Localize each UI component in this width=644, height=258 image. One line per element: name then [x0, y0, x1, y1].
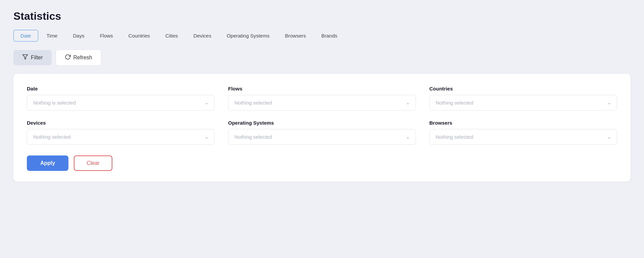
- filter-label-devices: Devices: [27, 120, 215, 126]
- filter-select-devices[interactable]: Nothing selected ⌄: [27, 129, 215, 145]
- toolbar: Filter Refresh: [13, 50, 631, 66]
- filter-placeholder-operating-systems: Nothing selected: [234, 134, 272, 140]
- chevron-down-icon: ⌄: [607, 101, 611, 105]
- filter-field-devices: Devices Nothing selected ⌄: [27, 120, 215, 145]
- filter-actions: Apply Clear: [27, 155, 617, 171]
- chevron-down-icon: ⌄: [205, 101, 208, 105]
- filter-label-countries: Countries: [429, 86, 617, 91]
- tab-browsers[interactable]: Browsers: [278, 30, 313, 42]
- chevron-down-icon: ⌄: [406, 101, 410, 105]
- filter-label-date: Date: [27, 86, 215, 91]
- chevron-down-icon: ⌄: [607, 135, 611, 139]
- tab-countries[interactable]: Countries: [121, 30, 157, 42]
- filter-field-flows: Flows Nothing selected ⌄: [228, 86, 416, 111]
- tab-flows[interactable]: Flows: [93, 30, 120, 42]
- refresh-button-label: Refresh: [73, 55, 92, 61]
- filter-select-operating-systems[interactable]: Nothing selected ⌄: [228, 129, 416, 145]
- filter-select-countries[interactable]: Nothing selected ⌄: [429, 95, 617, 111]
- filter-field-operating-systems: Operating Systems Nothing selected ⌄: [228, 120, 416, 145]
- page-title: Statistics: [13, 10, 631, 22]
- chevron-down-icon: ⌄: [406, 135, 410, 139]
- filter-button-label: Filter: [31, 55, 43, 61]
- filter-label-flows: Flows: [228, 86, 416, 91]
- clear-button[interactable]: Clear: [74, 155, 112, 171]
- filter-field-browsers: Browsers Nothing selected ⌄: [429, 120, 617, 145]
- filter-placeholder-date: Nothing is selected: [33, 100, 76, 106]
- filter-select-flows[interactable]: Nothing selected ⌄: [228, 95, 416, 111]
- filter-placeholder-browsers: Nothing selected: [436, 134, 473, 140]
- filter-placeholder-countries: Nothing selected: [436, 100, 473, 106]
- filter-button[interactable]: Filter: [13, 50, 52, 65]
- tab-cities[interactable]: Cities: [158, 30, 185, 42]
- filter-icon: [22, 54, 28, 61]
- apply-button[interactable]: Apply: [27, 155, 68, 171]
- refresh-icon: [65, 54, 71, 61]
- tab-date[interactable]: Date: [13, 30, 38, 42]
- refresh-button[interactable]: Refresh: [56, 50, 101, 66]
- chevron-down-icon: ⌄: [205, 135, 208, 139]
- filter-grid: Date Nothing is selected ⌄ Flows Nothing…: [27, 86, 617, 145]
- tab-time[interactable]: Time: [40, 30, 65, 42]
- filter-field-countries: Countries Nothing selected ⌄: [429, 86, 617, 111]
- filter-label-operating-systems: Operating Systems: [228, 120, 416, 126]
- filter-placeholder-flows: Nothing selected: [234, 100, 272, 106]
- svg-marker-0: [23, 55, 28, 59]
- tab-devices[interactable]: Devices: [186, 30, 218, 42]
- filter-select-browsers[interactable]: Nothing selected ⌄: [429, 129, 617, 145]
- tabs-row: Date Time Days Flows Countries Cities De…: [13, 30, 631, 42]
- filter-panel: Date Nothing is selected ⌄ Flows Nothing…: [13, 74, 631, 182]
- tab-brands[interactable]: Brands: [314, 30, 344, 42]
- filter-label-browsers: Browsers: [429, 120, 617, 126]
- filter-select-date[interactable]: Nothing is selected ⌄: [27, 95, 215, 111]
- tab-days[interactable]: Days: [66, 30, 91, 42]
- filter-field-date: Date Nothing is selected ⌄: [27, 86, 215, 111]
- tab-operating-systems[interactable]: Operating Systems: [220, 30, 277, 42]
- filter-placeholder-devices: Nothing selected: [33, 134, 71, 140]
